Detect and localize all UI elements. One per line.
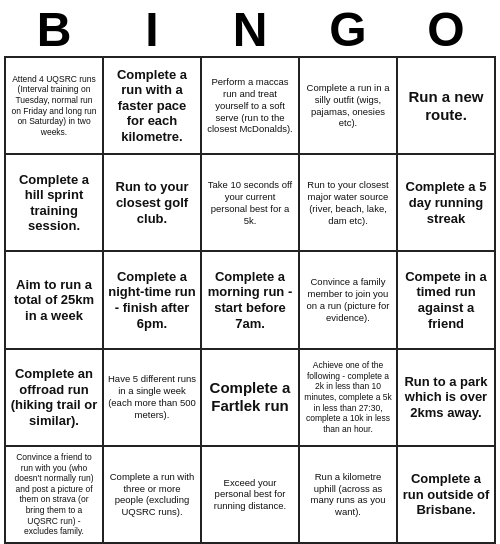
bingo-cell-i4: Have 5 different runs in a single week (… (103, 349, 201, 446)
letter-i: I (107, 6, 197, 54)
bingo-cell-i1: Complete a run with a faster pace for ea… (103, 57, 201, 154)
bingo-cell-b5: Convince a friend to run with you (who d… (5, 446, 103, 543)
bingo-cell-o3: Compete in a timed run against a friend (397, 251, 495, 348)
bingo-cell-i3: Complete a night-time run - finish after… (103, 251, 201, 348)
bingo-header: B I N G O (5, 0, 495, 56)
bingo-cell-g1: Complete a run in a silly outfit (wigs, … (299, 57, 397, 154)
bingo-cell-o1: Run a new route. (397, 57, 495, 154)
bingo-cell-i5: Complete a run with three or more people… (103, 446, 201, 543)
letter-b: B (9, 6, 99, 54)
bingo-grid: Attend 4 UQSRC runs (Interval training o… (4, 56, 496, 544)
bingo-cell-b3: Aim to run a total of 25km in a week (5, 251, 103, 348)
bingo-cell-o5: Complete a run outside of Brisbane. (397, 446, 495, 543)
bingo-cell-i2: Run to your closest golf club. (103, 154, 201, 251)
bingo-cell-b4: Complete an offroad run (hiking trail or… (5, 349, 103, 446)
bingo-cell-n3: Complete a morning run - start before 7a… (201, 251, 299, 348)
letter-o: O (401, 6, 491, 54)
bingo-cell-o4: Run to a park which is over 2kms away. (397, 349, 495, 446)
letter-g: G (303, 6, 393, 54)
bingo-cell-g5: Run a kilometre uphill (across as many r… (299, 446, 397, 543)
bingo-cell-n1: Perform a maccas run and treat yourself … (201, 57, 299, 154)
bingo-cell-b1: Attend 4 UQSRC runs (Interval training o… (5, 57, 103, 154)
bingo-cell-g3: Convince a family member to join you on … (299, 251, 397, 348)
bingo-cell-n2: Take 10 seconds off your current persona… (201, 154, 299, 251)
bingo-cell-o2: Complete a 5 day running streak (397, 154, 495, 251)
bingo-cell-n5: Exceed your personal best for running di… (201, 446, 299, 543)
bingo-cell-n4: Complete a Fartlek run (201, 349, 299, 446)
bingo-cell-g4: Achieve one of the following - complete … (299, 349, 397, 446)
bingo-cell-g2: Run to your closest major water source (… (299, 154, 397, 251)
bingo-cell-b2: Complete a hill sprint training session. (5, 154, 103, 251)
letter-n: N (205, 6, 295, 54)
